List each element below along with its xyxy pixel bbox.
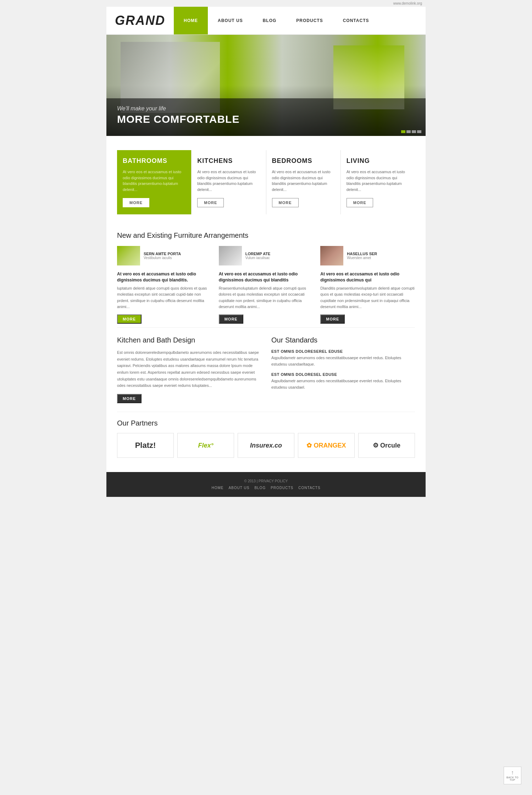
kitchen-bath-title: Kitchen and Bath Design <box>117 336 261 344</box>
standards-item-1-text: Aqpulbdametr aerumoms odes necestitatibu… <box>271 355 415 367</box>
article-text-1: luptatum delenti atque corrupti quos dol… <box>117 285 212 310</box>
category-living-title: LIVING <box>347 157 409 165</box>
article-col-1: At vero eos et accusamus et iusto odio d… <box>117 271 212 324</box>
hero-dot-2[interactable] <box>406 130 411 133</box>
footer-copyright: © 2013 | PRIVACY POLICY <box>117 479 415 483</box>
article-btn-3[interactable]: MORE <box>320 314 345 324</box>
standards-item-1-title: EST OMNIS DOLORESEREL EDUSE <box>271 349 415 353</box>
article-heading-1: At vero eos et accusamus et iusto odio d… <box>117 271 212 283</box>
standards-item-1: EST OMNIS DOLORESEREL EDUSE Aqpulbdametr… <box>271 349 415 367</box>
footer-nav-about[interactable]: ABOUT US <box>228 486 249 490</box>
furniture-thumb-2 <box>219 246 242 265</box>
footer-nav-contacts[interactable]: CONTACTS <box>298 486 320 490</box>
kitchen-bath-text: Est omnis doloresereledsempqulbdameto au… <box>117 349 261 389</box>
category-living: LIVING At vero eos et accusamus et iusto… <box>341 150 415 214</box>
article-col-2: At vero eos et accusamus et iusto odio d… <box>219 271 314 324</box>
main-content: BATHROOMS At vero eos et accusamus et iu… <box>106 136 426 472</box>
partner-flex: Flex° <box>177 433 234 458</box>
standards-section: Our Standards EST OMNIS DOLORESEREL EDUS… <box>271 336 415 403</box>
category-kitchens-btn[interactable]: MORE <box>197 198 224 207</box>
furniture-desc-2: Vulum iaculisac <box>245 256 271 260</box>
standards-item-2: EST OMNIS DOLORESEL EDUSE Aqpulbdametr a… <box>271 372 415 390</box>
furniture-name-2: LOREMP ATE <box>245 252 271 256</box>
kitchen-bath-section: Kitchen and Bath Design Est omnis dolore… <box>117 336 261 403</box>
categories-section: BATHROOMS At vero eos et accusamus et iu… <box>117 150 415 214</box>
furniture-info-3: HASELLUS SER Wuersten amet <box>347 252 377 260</box>
furniture-thumb-3 <box>320 246 343 265</box>
hero-overlay: We'll make your life MORE COMFORTABLE <box>106 98 426 136</box>
furniture-item-2: LOREMP ATE Vulum iaculisac <box>219 246 314 265</box>
furniture-thumb-1 <box>117 246 140 265</box>
furniture-items: SERN AMTE PORTA Vestibulum iaculis LOREM… <box>117 246 415 265</box>
category-kitchens-title: KITCHENS <box>197 157 260 165</box>
partners-grid: Platz! Flex° Insurex.co ✿ ORANGEX ⚙ Orcu… <box>117 433 415 458</box>
hero-dot-4[interactable] <box>417 130 421 133</box>
footer-nav: HOME ABOUT US BLOG PRODUCTS CONTACTS <box>117 486 415 490</box>
furniture-item-1: SERN AMTE PORTA Vestibulum iaculis <box>117 246 212 265</box>
partner-orcule: ⚙ Orcule <box>358 433 415 458</box>
furniture-section-title: New and Existing Furniture Arrangements <box>117 229 415 240</box>
article-text-3: Dlanditis praesentiumvoluptatum delenti … <box>320 285 415 310</box>
category-bathrooms-title: BATHROOMS <box>123 157 185 165</box>
partner-orangex: ✿ ORANGEX <box>298 433 355 458</box>
hero-dot-3[interactable] <box>412 130 416 133</box>
hero-subtitle: We'll make your life <box>117 105 415 112</box>
footer-nav-home[interactable]: HOME <box>211 486 223 490</box>
main-nav: HOME ABOUT US BLOG PRODUCTS CONTACTS <box>174 7 426 34</box>
hero-title: MORE COMFORTABLE <box>117 113 415 125</box>
furniture-desc-3: Wuersten amet <box>347 256 377 260</box>
furniture-info-2: LOREMP ATE Vulum iaculisac <box>245 252 271 260</box>
hero-dots <box>401 130 421 133</box>
partners-title: Our Partners <box>117 419 415 427</box>
furniture-desc-1: Vestibulum iaculis <box>144 256 181 260</box>
privacy-policy-link[interactable]: PRIVACY POLICY <box>259 479 288 483</box>
furniture-name-1: SERN AMTE PORTA <box>144 252 181 256</box>
standards-item-2-text: Aqpulbdametr aerumoms odes necestitatibu… <box>271 378 415 390</box>
footer-nav-products[interactable]: PRODUCTS <box>271 486 293 490</box>
footer-nav-blog[interactable]: BLOG <box>254 486 266 490</box>
header: GRAND HOME ABOUT US BLOG PRODUCTS CONTAC… <box>106 7 426 35</box>
kitchen-bath-btn[interactable]: MORE <box>117 394 142 403</box>
partner-insurex: Insurex.co <box>238 433 294 458</box>
article-btn-1[interactable]: MORE <box>117 314 142 324</box>
nav-blog[interactable]: BLOG <box>253 7 287 34</box>
nav-about[interactable]: ABOUT US <box>208 7 253 34</box>
partners-section: Our Partners Platz! Flex° Insurex.co ✿ O… <box>117 412 415 465</box>
nav-contacts[interactable]: CONTACTS <box>333 7 379 34</box>
category-living-btn[interactable]: MORE <box>347 198 373 207</box>
site-url: www.demolink.org <box>393 1 422 5</box>
standards-item-2-title: EST OMNIS DOLORESEL EDUSE <box>271 372 415 377</box>
furniture-name-3: HASELLUS SER <box>347 252 377 256</box>
category-kitchens: KITCHENS At vero eos et accusamus et ius… <box>192 150 266 214</box>
article-columns: At vero eos et accusamus et iusto odio d… <box>117 271 415 324</box>
article-heading-2: At vero eos et accusamus et iusto odio d… <box>219 271 314 283</box>
category-living-text: At vero eos et accusamus et iusto odio d… <box>347 169 409 192</box>
category-bedrooms-text: At vero eos et accusamus et iusto odio d… <box>272 169 335 192</box>
furniture-item-3: HASELLUS SER Wuersten amet <box>320 246 415 265</box>
article-text-2: Rraesentiumoluptatum delendi atque corru… <box>219 285 314 310</box>
category-bedrooms: BEDROOMS At vero eos et accusamus et ius… <box>266 150 341 214</box>
standards-title: Our Standards <box>271 336 415 344</box>
partner-platz: Platz! <box>117 433 174 458</box>
category-bedrooms-btn[interactable]: MORE <box>272 198 299 207</box>
category-bathrooms: BATHROOMS At vero eos et accusamus et iu… <box>117 150 192 214</box>
category-kitchens-text: At vero eos et accusamus et iusto odio d… <box>197 169 260 192</box>
article-heading-3: At vero eos et accusamus et iusto odio d… <box>320 271 415 283</box>
article-col-3: At vero eos et accusamus et iusto odio d… <box>320 271 415 324</box>
site-logo[interactable]: GRAND <box>106 7 174 34</box>
article-btn-2[interactable]: MORE <box>219 314 243 324</box>
category-bathrooms-btn[interactable]: MORE <box>123 198 149 207</box>
furniture-info-1: SERN AMTE PORTA Vestibulum iaculis <box>144 252 181 260</box>
nav-products[interactable]: PRODUCTS <box>286 7 333 34</box>
nav-home[interactable]: HOME <box>174 7 208 34</box>
two-col-section: Kitchen and Bath Design Est omnis dolore… <box>117 327 415 412</box>
category-bathrooms-text: At vero eos et accusamus et iusto odio d… <box>123 169 185 192</box>
category-bedrooms-title: BEDROOMS <box>272 157 335 165</box>
hero-dot-1[interactable] <box>401 130 405 133</box>
furniture-section: New and Existing Furniture Arrangements … <box>117 221 415 324</box>
hero-banner: We'll make your life MORE COMFORTABLE <box>106 35 426 136</box>
footer: © 2013 | PRIVACY POLICY HOME ABOUT US BL… <box>106 472 426 497</box>
